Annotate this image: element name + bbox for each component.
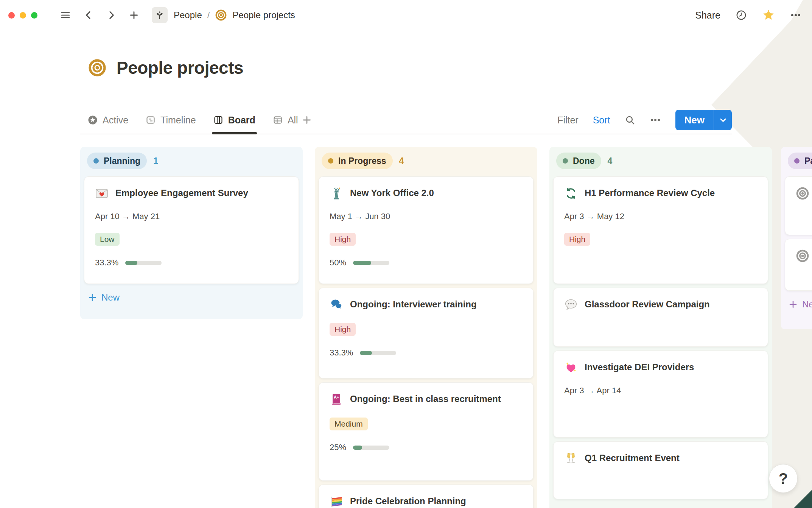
status-pill-planning[interactable]: Planning — [87, 153, 147, 169]
close-window-button[interactable] — [8, 12, 15, 19]
project-card[interactable]: Investigate DEI ProvidersApr 3 → Apr 14 — [553, 351, 768, 438]
minimize-window-button[interactable] — [20, 12, 26, 19]
priority-tag: Medium — [330, 418, 368, 430]
book-a-plus-icon: A+ — [330, 393, 343, 406]
page-header: People projects — [88, 58, 243, 78]
tab-active[interactable]: Active — [88, 106, 128, 134]
plus-icon — [789, 300, 798, 309]
card-date-range: May 1 → Jun 30 — [330, 212, 523, 221]
column-cards: Employee Engagement SurveyApr 10 → May 2… — [84, 176, 299, 284]
status-pill-in-progress[interactable]: In Progress — [322, 153, 393, 169]
tab-board[interactable]: Board — [213, 106, 255, 134]
column-header-planning: Planning1 — [87, 152, 296, 170]
sort-button[interactable]: Sort — [593, 115, 610, 126]
card-title: New York Office 2.0 — [350, 187, 434, 199]
priority-tag: High — [564, 233, 590, 246]
card-title-row: Glassdoor Review Campaign — [564, 298, 757, 312]
card-title-row: A+Ongoing: Best in class recruitment — [330, 393, 523, 406]
status-dot — [563, 158, 568, 164]
card-progress: 33.3% — [330, 348, 523, 358]
love-letter-icon — [95, 187, 109, 200]
add-card-label: New — [802, 299, 812, 310]
view-controls: Filter Sort New — [557, 110, 732, 130]
breadcrumb-people[interactable]: People — [174, 10, 202, 20]
add-card-label: New — [101, 292, 120, 303]
progress-fill — [360, 351, 372, 355]
breadcrumb-people-projects[interactable]: People projects — [232, 10, 295, 20]
card-date-range: Apr 3 → May 12 — [564, 212, 757, 221]
add-card-button-paused[interactable]: New — [789, 296, 812, 313]
new-button-dropdown[interactable] — [714, 110, 732, 130]
tab-label: Active — [103, 115, 128, 126]
rainbow-flag-icon — [330, 495, 343, 508]
favorite-star-icon[interactable] — [762, 9, 775, 22]
target-gray-icon — [796, 249, 809, 263]
tab-label: Timeline — [160, 115, 196, 126]
project-card[interactable]: A+Ongoing: Best in class recruitmentMedi… — [319, 382, 534, 481]
share-button[interactable]: Share — [695, 10, 720, 21]
status-label: Planning — [104, 156, 140, 166]
sidebar-menu-icon[interactable] — [60, 10, 71, 20]
column-header-paused: Pa — [788, 152, 812, 170]
status-pill-done[interactable]: Done — [556, 153, 601, 169]
view-more-options-icon[interactable] — [650, 114, 661, 126]
project-card[interactable] — [785, 239, 812, 291]
more-options-icon[interactable] — [790, 9, 801, 21]
cycle-arrows-icon — [564, 187, 578, 200]
progress-label: 33.3% — [95, 258, 118, 268]
card-title: Glassdoor Review Campaign — [585, 298, 710, 311]
add-card-button-planning[interactable]: New — [88, 289, 296, 306]
status-dot — [93, 158, 99, 164]
topbar-actions: Share — [695, 9, 801, 22]
back-icon[interactable] — [84, 10, 93, 20]
project-card[interactable]: Ongoing: Interviewer trainingHigh33.3% — [319, 288, 534, 379]
tab-all[interactable]: All — [273, 106, 298, 134]
card-title-row — [796, 187, 812, 200]
column-cards — [785, 176, 812, 291]
new-page-icon[interactable] — [129, 10, 139, 20]
project-card[interactable]: Pride Celebration Planning — [319, 485, 534, 508]
card-title: H1 Performance Review Cycle — [585, 187, 715, 199]
project-card[interactable]: Employee Engagement SurveyApr 10 → May 2… — [84, 176, 299, 284]
add-card-button-done[interactable]: New — [557, 505, 765, 508]
card-title-row: Pride Celebration Planning — [330, 495, 523, 508]
card-title-row: Ongoing: Interviewer training — [330, 298, 523, 312]
tab-timeline[interactable]: Timeline — [146, 106, 196, 134]
column-planning: Planning1Employee Engagement SurveyApr 1… — [80, 147, 303, 319]
progress-fill — [125, 261, 137, 265]
progress-bar — [360, 351, 396, 355]
column-paused: PaNew — [781, 147, 812, 329]
help-button[interactable]: ? — [769, 464, 798, 493]
card-title: Investigate DEI Providers — [585, 361, 694, 374]
search-icon[interactable] — [625, 115, 635, 125]
priority-tag: Low — [95, 233, 120, 246]
column-header-done: Done4 — [556, 152, 765, 170]
column-header-in-progress: In Progress4 — [322, 152, 530, 170]
card-progress: 50% — [330, 258, 523, 268]
forward-icon[interactable] — [106, 10, 116, 20]
project-card[interactable]: Q1 Recruitment Event — [553, 441, 768, 499]
progress-bar — [353, 446, 389, 450]
status-pill-paused[interactable]: Pa — [788, 153, 812, 169]
project-card[interactable]: Glassdoor Review Campaign — [553, 288, 768, 347]
card-title: Pride Celebration Planning — [350, 495, 466, 508]
add-view-icon[interactable] — [302, 115, 312, 125]
filter-button[interactable]: Filter — [557, 115, 579, 126]
progress-label: 50% — [330, 258, 346, 268]
nav-controls — [60, 10, 139, 20]
progress-fill — [353, 261, 371, 265]
history-clock-icon[interactable] — [736, 9, 747, 21]
project-card[interactable]: H1 Performance Review CycleApr 3 → May 1… — [553, 176, 768, 284]
card-date-range: Apr 3 → Apr 14 — [564, 386, 757, 396]
svg-text:A+: A+ — [334, 395, 339, 399]
tab-label: All — [288, 115, 298, 126]
people-page-icon[interactable] — [152, 7, 168, 23]
zoom-window-button[interactable] — [31, 12, 37, 19]
speech-balloon-icon — [564, 298, 578, 312]
new-button[interactable]: New — [675, 110, 714, 130]
progress-bar — [125, 261, 162, 265]
column-done: Done4H1 Performance Review CycleApr 3 → … — [549, 147, 772, 508]
project-card[interactable]: New York Office 2.0May 1 → Jun 30High50% — [319, 176, 534, 284]
target-icon — [215, 9, 227, 21]
project-card[interactable] — [785, 176, 812, 235]
